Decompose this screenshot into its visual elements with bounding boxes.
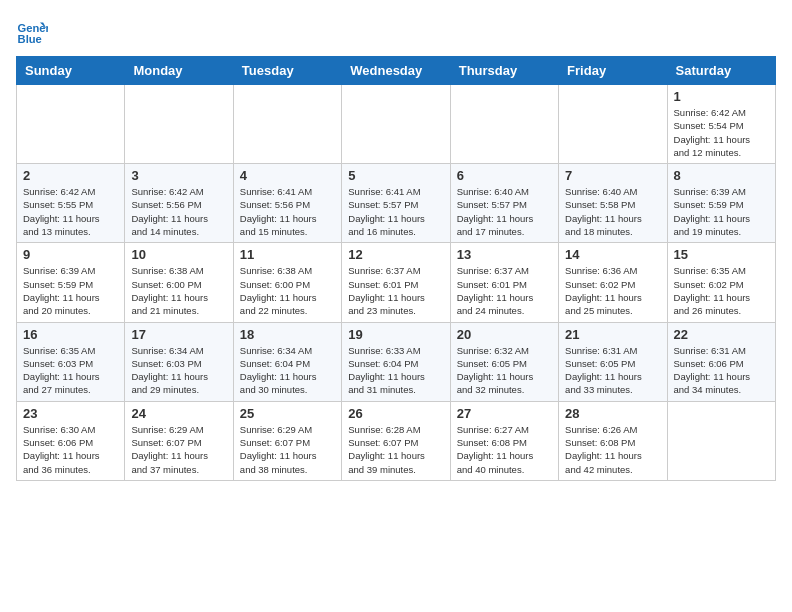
calendar-cell: 21Sunrise: 6:31 AM Sunset: 6:05 PM Dayli…	[559, 322, 667, 401]
calendar-cell: 9Sunrise: 6:39 AM Sunset: 5:59 PM Daylig…	[17, 243, 125, 322]
calendar-cell: 13Sunrise: 6:37 AM Sunset: 6:01 PM Dayli…	[450, 243, 558, 322]
day-info: Sunrise: 6:34 AM Sunset: 6:04 PM Dayligh…	[240, 344, 335, 397]
day-info: Sunrise: 6:30 AM Sunset: 6:06 PM Dayligh…	[23, 423, 118, 476]
day-number: 8	[674, 168, 769, 183]
day-info: Sunrise: 6:38 AM Sunset: 6:00 PM Dayligh…	[240, 264, 335, 317]
day-info: Sunrise: 6:32 AM Sunset: 6:05 PM Dayligh…	[457, 344, 552, 397]
calendar-cell: 15Sunrise: 6:35 AM Sunset: 6:02 PM Dayli…	[667, 243, 775, 322]
day-number: 19	[348, 327, 443, 342]
day-info: Sunrise: 6:34 AM Sunset: 6:03 PM Dayligh…	[131, 344, 226, 397]
svg-text:Blue: Blue	[18, 33, 42, 45]
day-number: 1	[674, 89, 769, 104]
day-info: Sunrise: 6:40 AM Sunset: 5:58 PM Dayligh…	[565, 185, 660, 238]
day-info: Sunrise: 6:37 AM Sunset: 6:01 PM Dayligh…	[348, 264, 443, 317]
day-info: Sunrise: 6:37 AM Sunset: 6:01 PM Dayligh…	[457, 264, 552, 317]
day-number: 7	[565, 168, 660, 183]
day-number: 25	[240, 406, 335, 421]
calendar-week-row: 16Sunrise: 6:35 AM Sunset: 6:03 PM Dayli…	[17, 322, 776, 401]
calendar-cell: 18Sunrise: 6:34 AM Sunset: 6:04 PM Dayli…	[233, 322, 341, 401]
weekday-header-monday: Monday	[125, 57, 233, 85]
calendar-cell: 24Sunrise: 6:29 AM Sunset: 6:07 PM Dayli…	[125, 401, 233, 480]
calendar-header-row: SundayMondayTuesdayWednesdayThursdayFrid…	[17, 57, 776, 85]
day-info: Sunrise: 6:33 AM Sunset: 6:04 PM Dayligh…	[348, 344, 443, 397]
day-info: Sunrise: 6:35 AM Sunset: 6:02 PM Dayligh…	[674, 264, 769, 317]
weekday-header-saturday: Saturday	[667, 57, 775, 85]
day-info: Sunrise: 6:38 AM Sunset: 6:00 PM Dayligh…	[131, 264, 226, 317]
day-number: 15	[674, 247, 769, 262]
day-number: 10	[131, 247, 226, 262]
day-info: Sunrise: 6:27 AM Sunset: 6:08 PM Dayligh…	[457, 423, 552, 476]
calendar-cell: 4Sunrise: 6:41 AM Sunset: 5:56 PM Daylig…	[233, 164, 341, 243]
calendar-cell	[342, 85, 450, 164]
calendar-cell: 11Sunrise: 6:38 AM Sunset: 6:00 PM Dayli…	[233, 243, 341, 322]
calendar-cell	[233, 85, 341, 164]
calendar-cell: 25Sunrise: 6:29 AM Sunset: 6:07 PM Dayli…	[233, 401, 341, 480]
day-number: 27	[457, 406, 552, 421]
day-info: Sunrise: 6:41 AM Sunset: 5:56 PM Dayligh…	[240, 185, 335, 238]
calendar-cell: 17Sunrise: 6:34 AM Sunset: 6:03 PM Dayli…	[125, 322, 233, 401]
page-header: General Blue	[16, 16, 776, 48]
calendar-cell: 7Sunrise: 6:40 AM Sunset: 5:58 PM Daylig…	[559, 164, 667, 243]
day-info: Sunrise: 6:36 AM Sunset: 6:02 PM Dayligh…	[565, 264, 660, 317]
calendar-week-row: 2Sunrise: 6:42 AM Sunset: 5:55 PM Daylig…	[17, 164, 776, 243]
calendar-table: SundayMondayTuesdayWednesdayThursdayFrid…	[16, 56, 776, 481]
calendar-week-row: 23Sunrise: 6:30 AM Sunset: 6:06 PM Dayli…	[17, 401, 776, 480]
calendar-cell: 8Sunrise: 6:39 AM Sunset: 5:59 PM Daylig…	[667, 164, 775, 243]
calendar-cell: 5Sunrise: 6:41 AM Sunset: 5:57 PM Daylig…	[342, 164, 450, 243]
calendar-cell	[559, 85, 667, 164]
day-number: 11	[240, 247, 335, 262]
calendar-cell	[125, 85, 233, 164]
calendar-cell: 26Sunrise: 6:28 AM Sunset: 6:07 PM Dayli…	[342, 401, 450, 480]
day-number: 26	[348, 406, 443, 421]
day-number: 23	[23, 406, 118, 421]
day-info: Sunrise: 6:40 AM Sunset: 5:57 PM Dayligh…	[457, 185, 552, 238]
calendar-cell	[667, 401, 775, 480]
day-number: 24	[131, 406, 226, 421]
calendar-cell: 28Sunrise: 6:26 AM Sunset: 6:08 PM Dayli…	[559, 401, 667, 480]
logo: General Blue	[16, 16, 52, 48]
calendar-week-row: 9Sunrise: 6:39 AM Sunset: 5:59 PM Daylig…	[17, 243, 776, 322]
day-number: 13	[457, 247, 552, 262]
calendar-cell: 14Sunrise: 6:36 AM Sunset: 6:02 PM Dayli…	[559, 243, 667, 322]
calendar-cell: 12Sunrise: 6:37 AM Sunset: 6:01 PM Dayli…	[342, 243, 450, 322]
calendar-cell: 27Sunrise: 6:27 AM Sunset: 6:08 PM Dayli…	[450, 401, 558, 480]
weekday-header-sunday: Sunday	[17, 57, 125, 85]
day-number: 17	[131, 327, 226, 342]
calendar-cell: 19Sunrise: 6:33 AM Sunset: 6:04 PM Dayli…	[342, 322, 450, 401]
calendar-cell: 2Sunrise: 6:42 AM Sunset: 5:55 PM Daylig…	[17, 164, 125, 243]
weekday-header-wednesday: Wednesday	[342, 57, 450, 85]
calendar-cell: 3Sunrise: 6:42 AM Sunset: 5:56 PM Daylig…	[125, 164, 233, 243]
day-info: Sunrise: 6:26 AM Sunset: 6:08 PM Dayligh…	[565, 423, 660, 476]
calendar-cell: 6Sunrise: 6:40 AM Sunset: 5:57 PM Daylig…	[450, 164, 558, 243]
day-number: 20	[457, 327, 552, 342]
day-number: 2	[23, 168, 118, 183]
day-info: Sunrise: 6:31 AM Sunset: 6:06 PM Dayligh…	[674, 344, 769, 397]
calendar-cell	[450, 85, 558, 164]
day-info: Sunrise: 6:29 AM Sunset: 6:07 PM Dayligh…	[240, 423, 335, 476]
day-info: Sunrise: 6:39 AM Sunset: 5:59 PM Dayligh…	[674, 185, 769, 238]
weekday-header-friday: Friday	[559, 57, 667, 85]
calendar-cell: 10Sunrise: 6:38 AM Sunset: 6:00 PM Dayli…	[125, 243, 233, 322]
day-number: 3	[131, 168, 226, 183]
day-number: 21	[565, 327, 660, 342]
day-number: 12	[348, 247, 443, 262]
calendar-cell: 20Sunrise: 6:32 AM Sunset: 6:05 PM Dayli…	[450, 322, 558, 401]
day-number: 9	[23, 247, 118, 262]
day-number: 14	[565, 247, 660, 262]
weekday-header-thursday: Thursday	[450, 57, 558, 85]
calendar-week-row: 1Sunrise: 6:42 AM Sunset: 5:54 PM Daylig…	[17, 85, 776, 164]
calendar-cell: 23Sunrise: 6:30 AM Sunset: 6:06 PM Dayli…	[17, 401, 125, 480]
day-number: 18	[240, 327, 335, 342]
day-info: Sunrise: 6:29 AM Sunset: 6:07 PM Dayligh…	[131, 423, 226, 476]
day-number: 28	[565, 406, 660, 421]
day-info: Sunrise: 6:41 AM Sunset: 5:57 PM Dayligh…	[348, 185, 443, 238]
day-info: Sunrise: 6:42 AM Sunset: 5:54 PM Dayligh…	[674, 106, 769, 159]
day-number: 4	[240, 168, 335, 183]
day-info: Sunrise: 6:35 AM Sunset: 6:03 PM Dayligh…	[23, 344, 118, 397]
logo-icon: General Blue	[16, 16, 48, 48]
day-number: 16	[23, 327, 118, 342]
day-info: Sunrise: 6:39 AM Sunset: 5:59 PM Dayligh…	[23, 264, 118, 317]
calendar-cell	[17, 85, 125, 164]
day-number: 6	[457, 168, 552, 183]
day-info: Sunrise: 6:31 AM Sunset: 6:05 PM Dayligh…	[565, 344, 660, 397]
